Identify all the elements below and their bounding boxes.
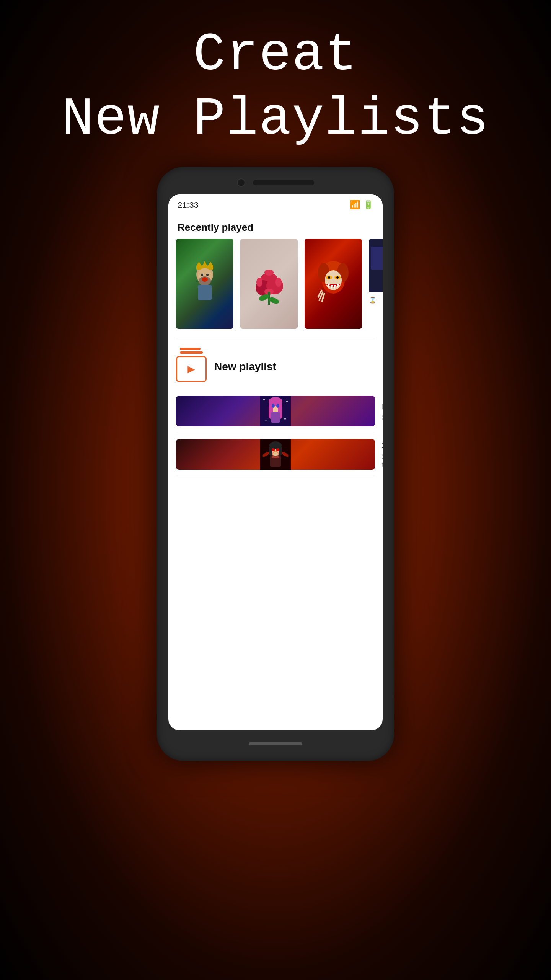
status-bar: 21:33 📶 🔋 <box>168 194 383 214</box>
new-playlist-button[interactable]: ▶ New playlist <box>176 348 375 386</box>
playlist-list: nightcore 3 tracks ⋮ <box>168 390 383 476</box>
playlist-name-ziko: ziko <box>382 440 383 451</box>
svg-point-30 <box>336 276 339 279</box>
app-headline: Creat New Playlists <box>62 23 489 152</box>
status-icons: 📶 🔋 <box>350 200 373 210</box>
status-time: 21:33 <box>178 200 199 210</box>
headline-line1: Creat <box>193 24 358 85</box>
playlist-line-1 <box>180 348 201 350</box>
svg-point-17 <box>276 278 282 287</box>
playlist-thumb-nightcore <box>176 396 375 426</box>
svg-point-45 <box>263 399 265 400</box>
nightcore-artwork <box>260 396 291 426</box>
svg-point-16 <box>256 278 262 287</box>
headline-line2: New Playlists <box>62 89 489 150</box>
playlist-icon-box: ▶ <box>176 356 207 382</box>
svg-point-26 <box>325 270 342 290</box>
recently-played-title: Recently played <box>168 214 383 239</box>
svg-marker-3 <box>202 261 207 266</box>
signal-icon: 📶 <box>350 200 360 210</box>
svg-rect-53 <box>279 446 282 456</box>
screen-content: Recently played <box>168 214 383 591</box>
track-thumbnail-allofme <box>240 239 298 329</box>
playlist-item-nightcore[interactable]: nightcore 3 tracks ⋮ <box>176 390 375 433</box>
svg-point-7 <box>202 277 208 282</box>
phone-bottom <box>168 738 383 750</box>
svg-point-8 <box>201 274 203 276</box>
playlist-play-icon: ▶ <box>187 361 195 377</box>
recently-played-list: ERB | Ragnar Lodbrok vs R... ⋮ ⌛ 02:45 ▷… <box>168 239 383 329</box>
track-card-bleach[interactable]: Bleach OST 3 - Orihime's Lin... ⋮ ⌛ 02:1… <box>305 239 362 329</box>
playlist-info-nightcore: nightcore 3 tracks <box>382 401 383 422</box>
svg-point-43 <box>276 404 279 408</box>
track-card-allofme[interactable]: All Of Me ⋮ ⌛ 04:30 ▷ 151.9M <box>240 239 298 329</box>
svg-rect-44 <box>271 412 280 423</box>
ziko-artwork <box>260 439 291 470</box>
playlist-item-ziko[interactable]: ziko 2 tracks ⋮ <box>176 433 375 476</box>
track-thumbnail-partial <box>369 239 383 292</box>
divider-1 <box>176 338 375 338</box>
svg-point-46 <box>286 401 288 402</box>
bleach-artwork <box>312 259 354 309</box>
svg-point-47 <box>284 418 286 420</box>
playlist-line-2 <box>180 351 203 354</box>
svg-point-55 <box>276 448 279 451</box>
phone-frame: 21:33 📶 🔋 Recently played <box>157 167 394 761</box>
svg-rect-36 <box>371 247 383 270</box>
svg-point-48 <box>266 420 267 421</box>
svg-rect-52 <box>269 446 272 456</box>
hourglass-icon-partial: ⌛ <box>369 297 377 304</box>
svg-rect-10 <box>198 285 212 300</box>
new-playlist-label: New playlist <box>214 361 276 373</box>
allofme-artwork <box>248 259 290 309</box>
phone-top-bar <box>168 178 383 187</box>
playlist-tracks-ziko: 2 tracks <box>382 453 383 469</box>
new-playlist-icon-wrapper: ▶ <box>176 351 207 382</box>
svg-marker-4 <box>208 262 213 266</box>
svg-point-42 <box>272 404 275 408</box>
battery-icon: 🔋 <box>363 200 373 210</box>
track-card-partial: ⌛ <box>369 239 383 329</box>
playlist-stack <box>180 348 203 355</box>
svg-point-9 <box>206 274 209 276</box>
home-indicator <box>249 742 302 745</box>
new-playlist-section: ▶ New playlist <box>168 348 383 386</box>
track-thumbnail-erb <box>176 239 233 329</box>
svg-point-29 <box>328 276 330 279</box>
playlist-name-nightcore: nightcore <box>382 401 383 412</box>
svg-marker-2 <box>196 262 202 266</box>
phone-speaker <box>253 180 314 185</box>
erb-artwork <box>186 261 224 307</box>
phone-screen: 21:33 📶 🔋 Recently played <box>168 194 383 730</box>
playlist-tracks-nightcore: 3 tracks <box>382 414 383 422</box>
phone-camera <box>237 178 245 187</box>
track-thumbnail-bleach <box>305 239 362 329</box>
track-card-erb[interactable]: ERB | Ragnar Lodbrok vs R... ⋮ ⌛ 02:45 ▷… <box>176 239 233 329</box>
partial-artwork <box>369 239 383 292</box>
bottom-spacer <box>168 476 383 591</box>
playlist-thumb-ziko <box>176 439 375 470</box>
svg-point-15 <box>264 270 274 276</box>
playlist-info-ziko: ziko 2 tracks <box>382 440 383 469</box>
svg-point-54 <box>272 448 275 451</box>
